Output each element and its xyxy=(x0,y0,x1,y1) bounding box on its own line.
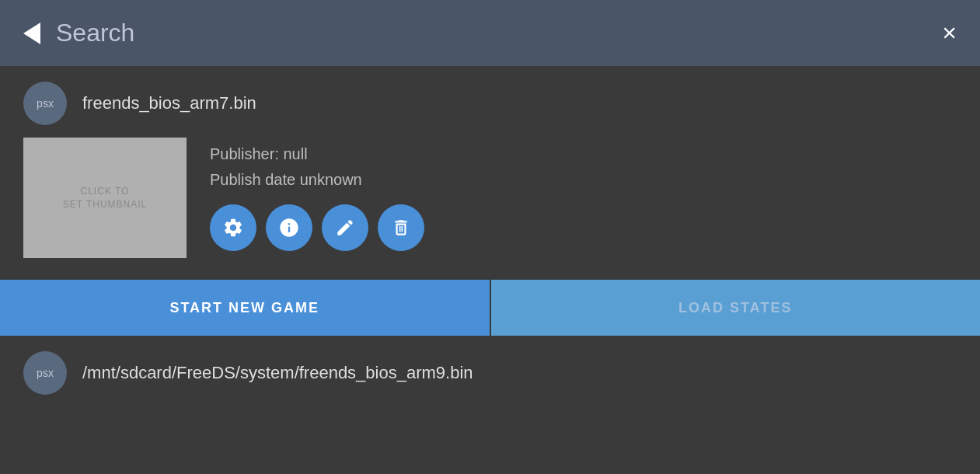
item-meta: Publisher: null Publish date unknown xyxy=(210,138,424,251)
back-arrow-icon xyxy=(23,23,40,44)
item-filename-1: freends_bios_arm7.bin xyxy=(82,93,256,113)
item-badge-2: psx xyxy=(23,351,67,395)
delete-icon xyxy=(391,218,411,238)
thumbnail-text: CLICK TOSET THUMBNAIL xyxy=(63,185,148,211)
bottom-buttons: START NEW GAME LOAD STATES xyxy=(0,280,980,336)
start-new-game-button[interactable]: START NEW GAME xyxy=(0,280,491,336)
info-button[interactable] xyxy=(266,204,312,251)
item-details: CLICK TOSET THUMBNAIL Publisher: null Pu… xyxy=(23,138,957,258)
action-buttons xyxy=(210,204,424,251)
item-header: psx freends_bios_arm7.bin xyxy=(23,82,957,125)
header: Search × xyxy=(0,0,980,66)
item-filepath-2: /mnt/sdcard/FreeDS/system/freends_bios_a… xyxy=(82,363,473,383)
list-item-expanded: psx freends_bios_arm7.bin CLICK TOSET TH… xyxy=(0,66,980,274)
gear-icon xyxy=(222,217,244,239)
content-area: psx freends_bios_arm7.bin CLICK TOSET TH… xyxy=(0,66,980,410)
publish-date-text: Publish date unknown xyxy=(210,171,424,189)
item-badge-1: psx xyxy=(23,82,67,125)
edit-icon xyxy=(335,218,355,238)
settings-button[interactable] xyxy=(210,204,256,251)
list-item-simple: psx /mnt/sdcard/FreeDS/system/freends_bi… xyxy=(0,336,980,410)
svg-rect-0 xyxy=(399,226,401,232)
edit-button[interactable] xyxy=(322,204,368,251)
info-icon xyxy=(278,217,300,239)
load-states-button[interactable]: LOAD STATES xyxy=(491,280,981,336)
thumbnail-container[interactable]: CLICK TOSET THUMBNAIL xyxy=(23,138,187,258)
delete-button[interactable] xyxy=(378,204,424,251)
page-title: Search xyxy=(56,19,134,47)
back-button[interactable] xyxy=(23,23,40,44)
close-button[interactable]: × xyxy=(942,19,957,47)
header-left: Search xyxy=(23,19,134,47)
svg-rect-1 xyxy=(402,226,403,232)
publisher-text: Publisher: null xyxy=(210,145,424,163)
close-icon: × xyxy=(942,19,957,47)
